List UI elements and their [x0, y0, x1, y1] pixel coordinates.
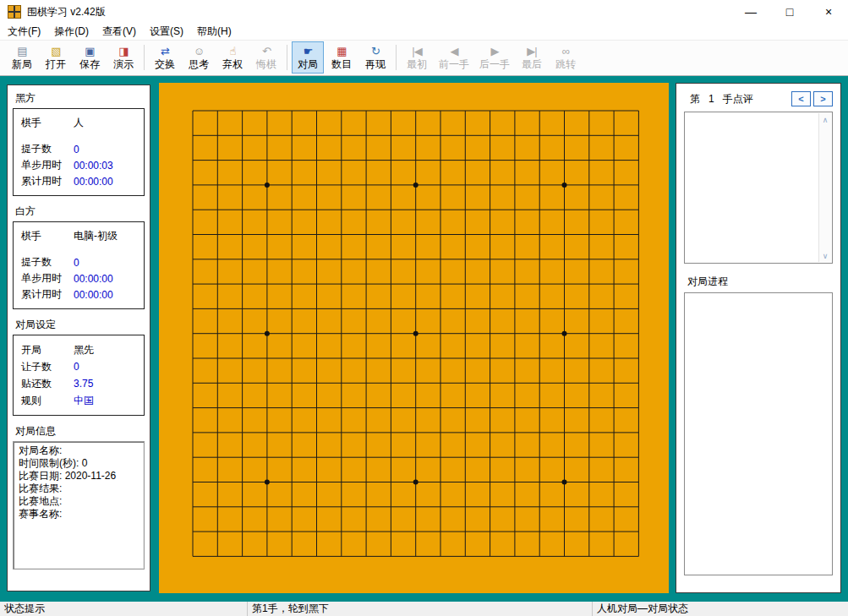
progress-panel[interactable]: [684, 292, 833, 575]
game-info-line: 比赛结果:: [19, 482, 139, 495]
go-board-grid: [159, 83, 669, 593]
app-window: 围棋学习 v2.42版 — □ × 文件(F)操作(D)查看(V)设置(S)帮助…: [0, 0, 848, 616]
minimize-button[interactable]: —: [731, 0, 770, 24]
info-row: 规则中国: [21, 392, 136, 409]
title-bar: 围棋学习 v2.42版 — □ ×: [0, 0, 848, 24]
info-row: 累计用时00:00:00: [21, 173, 136, 189]
toolbar-button-label: 再现: [365, 58, 386, 70]
info-row-value: 00:00:00: [74, 176, 113, 188]
toolbar-button-label: 弃权: [222, 58, 243, 70]
toolbar-button-replay[interactable]: ↻再现: [359, 41, 391, 74]
info-row-label: 棋手: [21, 116, 74, 130]
toolbar-separator: [144, 45, 145, 70]
info-row-value: 00:00:03: [74, 160, 113, 172]
toolbar-button-last: ▶|最后: [516, 41, 548, 74]
toolbar-button-jump: ∞跳转: [550, 41, 582, 74]
info-row: 棋手电脑-初级: [21, 228, 136, 244]
toolbar-button-label: 保存: [79, 58, 100, 70]
progress-title: 对局进程: [687, 275, 833, 289]
status-bar: 状态提示 第1手，轮到黑下 人机对局—对局状态: [0, 602, 848, 616]
jump-icon: ∞: [562, 45, 569, 57]
review-text: [688, 114, 817, 261]
info-row: 棋手人: [21, 115, 136, 131]
info-row-value: 0: [74, 257, 79, 269]
menu-item-0[interactable]: 文件(F): [1, 23, 47, 41]
open-icon: ▧: [51, 45, 60, 57]
info-row-value: 3.75: [74, 378, 93, 390]
last-icon: ▶|: [527, 45, 536, 57]
toolbar-button-label: 悔棋: [256, 58, 276, 70]
review-scrollbar[interactable]: ∧ ∨: [818, 113, 831, 262]
close-button[interactable]: ×: [809, 0, 848, 24]
toolbar-button-label: 后一手: [479, 58, 510, 70]
demo-icon: ◨: [118, 45, 128, 57]
scroll-down-icon[interactable]: ∨: [819, 249, 832, 262]
info-row: 单步用时00:00:03: [21, 157, 136, 173]
game-settings-box: 开局黑先让子数0贴还数3.75规则中国: [13, 335, 145, 416]
move-review-panel[interactable]: ∧ ∨: [684, 112, 833, 264]
black-player-box: 棋手人提子数0单步用时00:00:03累计用时00:00:00: [13, 108, 145, 196]
toolbar-button-new-game[interactable]: ▤新局: [6, 41, 38, 74]
toolbar-button-swap[interactable]: ⇄交换: [149, 41, 181, 74]
toolbar-button-label: 交换: [155, 58, 175, 70]
info-sidebar: 黑方 棋手人提子数0单步用时00:00:03累计用时00:00:00 白方 棋手…: [7, 84, 150, 591]
info-row-value: 00:00:00: [74, 273, 113, 285]
info-row-value: 0: [74, 361, 79, 373]
info-row: 累计用时00:00:00: [21, 286, 136, 303]
review-label-prefix: 第: [690, 92, 700, 106]
toolbar-button-label: 数目: [331, 58, 352, 70]
pass-icon: ☝: [230, 45, 236, 57]
swap-icon: ⇄: [161, 45, 169, 57]
toolbar-button-label: 对局: [298, 58, 318, 70]
think-icon: ☺: [194, 45, 204, 57]
review-next-button[interactable]: >: [813, 91, 833, 106]
maximize-button[interactable]: □: [770, 0, 809, 24]
info-row-value: 黑先: [74, 343, 94, 357]
go-board[interactable]: [159, 83, 669, 593]
info-row-value: 电脑-初级: [74, 229, 118, 243]
replay-icon: ↻: [371, 45, 380, 57]
toolbar-button-play[interactable]: ☛对局: [292, 41, 324, 74]
info-row: 让子数0: [21, 358, 136, 375]
toolbar-button-next: ▶后一手: [475, 41, 514, 74]
info-row-value: 人: [74, 116, 84, 130]
toolbar-button-label: 最初: [407, 58, 427, 70]
status-right: 人机对局—对局状态: [593, 602, 848, 616]
white-section-title: 白方: [15, 204, 145, 219]
scroll-up-icon[interactable]: ∧: [819, 113, 832, 126]
info-row: 开局黑先: [21, 341, 136, 358]
toolbar-button-demo[interactable]: ◨演示: [107, 41, 140, 74]
review-prev-button[interactable]: <: [791, 91, 811, 106]
toolbar-button-open[interactable]: ▧打开: [40, 41, 72, 74]
menu-item-4[interactable]: 帮助(H): [190, 23, 238, 41]
game-info-box: 对局名称:时间限制(秒): 0比赛日期: 2020-11-26比赛结果:比赛地点…: [13, 441, 145, 570]
toolbar: ▤新局▧打开▣保存◨演示⇄交换☺思考☝弃权↶悔棋☛对局▦数目↻再现|◀最初◀前一…: [0, 40, 848, 76]
game-info-section-title: 对局信息: [15, 424, 145, 439]
status-center: 第1手，轮到黑下: [248, 602, 593, 616]
info-row-label: 规则: [21, 394, 74, 408]
info-row: 贴还数3.75: [21, 375, 136, 392]
toolbar-button-save[interactable]: ▣保存: [74, 41, 106, 74]
prev-icon: ◀: [451, 45, 458, 57]
game-info-line: 比赛地点:: [19, 495, 139, 508]
status-left: 状态提示: [0, 602, 248, 616]
info-row-value: 中国: [74, 394, 94, 408]
white-player-box: 棋手电脑-初级提子数0单步用时00:00:00累计用时00:00:00: [13, 221, 145, 309]
window-title: 围棋学习 v2.42版: [27, 5, 106, 19]
menu-item-1[interactable]: 操作(D): [47, 23, 96, 41]
undo-icon: ↶: [262, 45, 271, 57]
window-controls: — □ ×: [731, 0, 848, 24]
menu-bar: 文件(F)操作(D)查看(V)设置(S)帮助(H): [0, 24, 848, 40]
info-row-label: 开局: [21, 343, 74, 357]
toolbar-button-label: 演示: [113, 58, 134, 70]
toolbar-button-think[interactable]: ☺思考: [183, 41, 215, 74]
toolbar-separator: [287, 45, 287, 70]
toolbar-button-pass[interactable]: ☝弃权: [216, 41, 249, 74]
info-row-label: 累计用时: [21, 287, 74, 302]
game-info-line: 时间限制(秒): 0: [19, 457, 139, 470]
menu-item-2[interactable]: 查看(V): [96, 23, 143, 41]
count-icon: ▦: [336, 45, 346, 57]
toolbar-button-count[interactable]: ▦数目: [326, 41, 358, 74]
toolbar-button-label: 前一手: [439, 58, 469, 70]
menu-item-3[interactable]: 设置(S): [143, 23, 190, 41]
